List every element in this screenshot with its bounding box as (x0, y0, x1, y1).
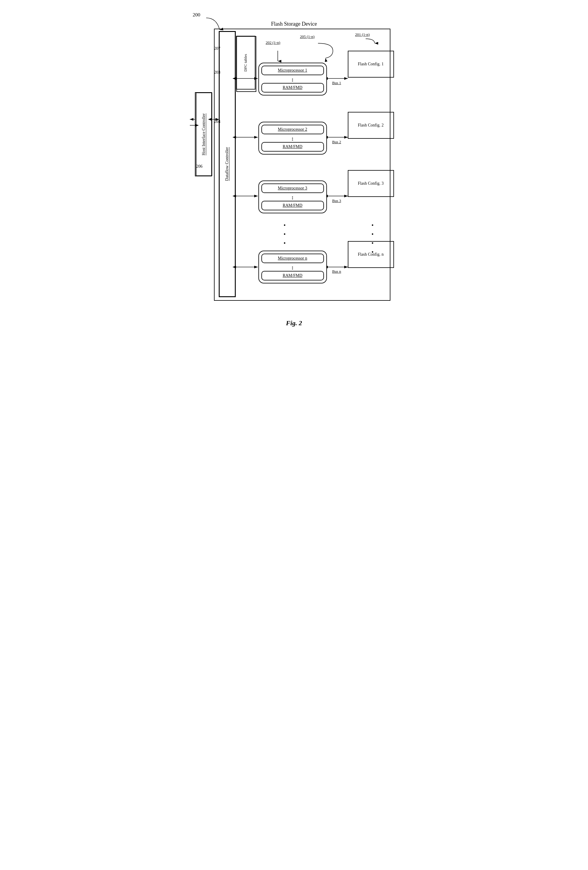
flash-config-2: Flash Config. 2 (348, 112, 394, 139)
host-interface-label: Host Interface Controller (202, 113, 206, 155)
mp2-ram-label: RAM/FMD (261, 142, 324, 152)
mp1-label: Microprocessor 1 (261, 66, 324, 75)
ref-201: 201 (1-n) (355, 32, 370, 37)
dataflow-label: Dataflow Controller (225, 147, 230, 181)
mp3-label: Microprocessor 3 (261, 183, 324, 193)
figure-label: Fig. 2 (190, 319, 398, 327)
mpn-label: Microprocessor n (261, 253, 324, 263)
mp-group-n: Microprocessor n ↕ RAM/FMD (258, 250, 327, 283)
mp-outer-3: Microprocessor 3 ↕ RAM/FMD (258, 180, 327, 213)
flash-config-3: Flash Config. 3 (348, 170, 394, 197)
mp2-label: Microprocessor 2 (261, 125, 324, 134)
dfc-tables-box: DFC tables (236, 36, 255, 89)
diagram-wrapper: 200 Flash Storage Device 202 (1-n) 205 (… (190, 12, 398, 310)
mp3-ram-label: RAM/FMD (261, 201, 324, 210)
flash-storage-title: Flash Storage Device (261, 21, 327, 27)
mp-group-2: Microprocessor 2 ↕ RAM/FMD (258, 122, 327, 155)
ref-205: 205 (1-n) (300, 34, 315, 39)
mp-outer-2: Microprocessor 2 ↕ RAM/FMD (258, 122, 327, 155)
page-container: 200 Flash Storage Device 202 (1-n) 205 (… (190, 12, 398, 330)
flash-config-n: Flash Config. n (348, 241, 394, 268)
mp-group-3: Microprocessor 3 ↕ RAM/FMD (258, 180, 327, 213)
mp-outer-n: Microprocessor n ↕ RAM/FMD (258, 250, 327, 283)
bus-n-label: Bus n (332, 269, 341, 274)
dataflow-controller-box: Dataflow Controller (219, 31, 235, 297)
mp2-vert-arrow: ↕ (261, 136, 324, 142)
host-interface-controller-box: Host Interface Controller (196, 92, 212, 176)
mp1-ram-label: RAM/FMD (261, 83, 324, 92)
mp3-vert-arrow: ↕ (261, 195, 324, 200)
ref-202: 202 (1-n) (266, 40, 281, 45)
mpn-ram-label: RAM/FMD (261, 271, 324, 280)
dfc-label: DFC tables (243, 54, 248, 72)
bus-1-label: Bus 1 (332, 80, 341, 85)
mp-outer-1: Microprocessor 1 ↕ RAM/FMD (258, 63, 327, 95)
mp1-vert-arrow: ↕ (261, 77, 324, 82)
mpn-vert-arrow: ↕ (261, 265, 324, 270)
bus-2-label: Bus 2 (332, 140, 341, 145)
flash-config-1: Flash Config. 1 (348, 51, 394, 77)
ref-200: 200 (193, 12, 200, 18)
mp-group-1: Microprocessor 1 ↕ RAM/FMD (258, 63, 327, 95)
bus-3-label: Bus 3 (332, 198, 341, 203)
